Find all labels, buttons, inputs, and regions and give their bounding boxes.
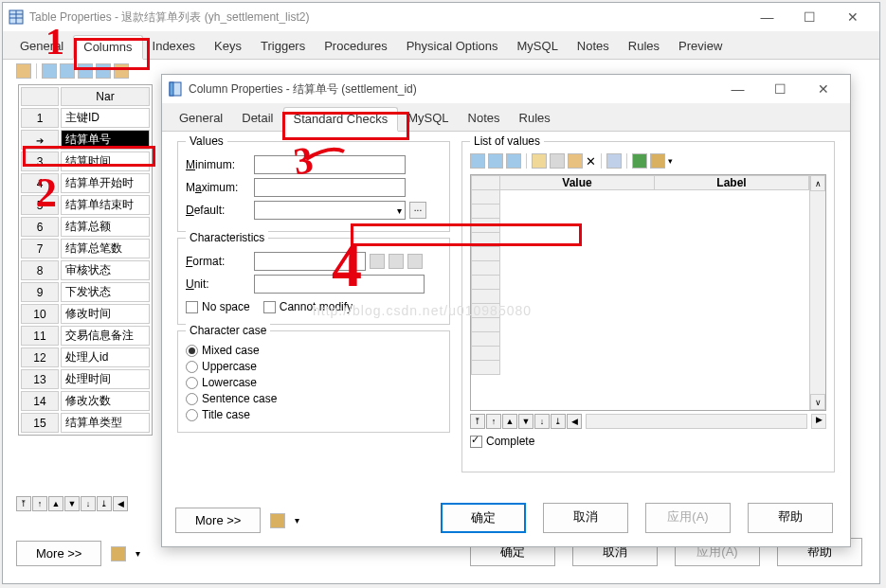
delete-icon[interactable]: ✕ <box>586 154 596 169</box>
table-icon <box>9 9 24 25</box>
browse-button[interactable]: ... <box>409 202 426 219</box>
tab-notes[interactable]: Notes <box>568 35 619 59</box>
table-row: 3结算时间 <box>21 151 150 171</box>
table-row: 11交易信息备注 <box>21 326 150 346</box>
tab-physical[interactable]: Physical Options <box>397 35 508 59</box>
table-row: 1主键ID <box>21 108 150 128</box>
column-icon <box>168 81 183 97</box>
tab-col-notes[interactable]: Notes <box>459 107 510 131</box>
radio-sentence[interactable]: Sentence case <box>186 392 442 405</box>
values-group: Values Minimum: Maximum: Default: ▾ ... <box>177 141 450 232</box>
nav-last-icon: ⤓ <box>97 496 112 511</box>
chevron-down-icon: ▾ <box>397 205 402 216</box>
format-btn1[interactable] <box>370 254 385 269</box>
excel-icon[interactable] <box>632 153 647 169</box>
tab-preview[interactable]: Preview <box>669 35 732 59</box>
table-row: 6结算总额 <box>21 217 150 237</box>
lov-toolbar: ✕ ▾ <box>470 151 826 174</box>
find-icon[interactable] <box>606 153 622 169</box>
table-row: 7结算总笔数 <box>21 239 150 258</box>
format-input[interactable] <box>254 252 366 271</box>
toolbar-icon[interactable] <box>42 63 57 79</box>
col-cancel-button[interactable]: 取消 <box>543 503 628 533</box>
nav-prev-icon: ↑ <box>32 496 47 511</box>
format-btn3[interactable] <box>407 254 423 269</box>
table-row: 14修改次数 <box>21 391 150 411</box>
radio-title[interactable]: Title case <box>186 408 442 421</box>
toolbar-icon[interactable] <box>270 513 285 528</box>
nav-left-icon: ◀ <box>113 496 128 511</box>
col-value-header[interactable]: Value <box>500 176 655 190</box>
paste-icon[interactable] <box>568 153 583 169</box>
default-dropdown[interactable]: ▾ <box>254 201 406 220</box>
tb-icon[interactable] <box>506 153 521 169</box>
table-row: 12处理人id <box>21 347 150 367</box>
tb-icon[interactable] <box>650 153 665 169</box>
columns-table[interactable]: Nar 1主键ID ➔结算单号 3结算时间 4结算单开始时 5结算单结束时 6结… <box>18 84 153 436</box>
col-more-button[interactable]: More >> <box>175 508 261 533</box>
toolbar-icon[interactable] <box>114 63 129 79</box>
toolbar-icon[interactable] <box>16 63 31 79</box>
toolbar-icon[interactable] <box>111 546 126 561</box>
tab-procedures[interactable]: Procedures <box>315 35 396 59</box>
radio-upper[interactable]: Uppercase <box>186 360 442 373</box>
scrollbar[interactable]: ∧ ∨ <box>809 175 825 410</box>
maximum-input[interactable] <box>254 178 406 197</box>
table-row: 10修改时间 <box>21 304 150 324</box>
nav-bottom-icon: ▼ <box>64 496 80 511</box>
tab-col-stdchecks[interactable]: Standard Checks <box>283 107 399 132</box>
tab-rules[interactable]: Rules <box>619 35 669 59</box>
cut-icon[interactable] <box>532 153 547 169</box>
tab-indexes[interactable]: Indexes <box>143 35 206 59</box>
table-row: 15结算单类型 <box>21 413 150 433</box>
tab-columns[interactable]: Columns <box>73 35 142 60</box>
col-ok-button[interactable]: 确定 <box>441 503 526 533</box>
tab-col-general[interactable]: General <box>170 107 232 131</box>
radio-mixed[interactable]: Mixed case <box>186 344 442 357</box>
minimize-button[interactable]: — <box>716 76 759 102</box>
table-row-selected: ➔结算单号 <box>21 130 150 150</box>
col-help-button[interactable]: 帮助 <box>748 503 833 533</box>
tab-col-rules[interactable]: Rules <box>510 107 560 131</box>
maximize-button[interactable]: ☐ <box>788 4 831 30</box>
minimize-button[interactable]: — <box>746 4 788 30</box>
toolbar-icon[interactable] <box>96 63 111 79</box>
unit-input[interactable] <box>254 275 425 294</box>
toolbar-icon[interactable] <box>60 63 75 79</box>
hscroll[interactable] <box>586 414 807 429</box>
nospace-checkbox[interactable]: No space <box>186 300 250 313</box>
table-row: 8审核状态 <box>21 260 150 280</box>
toolbar-icon[interactable] <box>78 63 93 79</box>
table-row: 4结算单开始时 <box>21 173 150 193</box>
lov-nav[interactable]: ⤒↑▲▼↓⤓◀ <box>470 414 582 429</box>
tab-keys[interactable]: Keys <box>205 35 251 59</box>
tab-col-detail[interactable]: Detail <box>232 107 282 131</box>
svg-rect-5 <box>170 82 173 96</box>
tab-mysql[interactable]: MySQL <box>508 35 568 59</box>
col-label-header[interactable]: Label <box>655 176 809 190</box>
main-tabs: General Columns Indexes Keys Triggers Pr… <box>3 31 879 60</box>
format-btn2[interactable] <box>389 254 404 269</box>
complete-checkbox[interactable]: ✓Complete <box>470 435 826 448</box>
col-apply-button[interactable]: 应用(A) <box>645 503 731 533</box>
watermark: http://blog.csdn.net/u010985080 <box>313 303 532 318</box>
minimum-input[interactable] <box>254 155 406 174</box>
nav-first-icon: ⤒ <box>16 496 31 511</box>
nav-top-icon: ▲ <box>48 496 63 511</box>
maximize-button[interactable]: ☐ <box>759 76 802 102</box>
close-button[interactable]: ✕ <box>831 4 874 30</box>
tab-col-mysql[interactable]: MySQL <box>398 107 458 131</box>
radio-lower[interactable]: Lowercase <box>186 376 442 389</box>
tab-triggers[interactable]: Triggers <box>251 35 315 59</box>
scroll-down-icon: ∨ <box>810 394 825 410</box>
close-button[interactable]: ✕ <box>802 76 844 102</box>
tab-general[interactable]: General <box>10 35 73 59</box>
tb-icon[interactable] <box>470 153 485 169</box>
copy-icon[interactable] <box>550 153 565 169</box>
tb-icon[interactable] <box>488 153 503 169</box>
charcase-group: Character case Mixed case Uppercase Lowe… <box>177 330 450 433</box>
col-tabs: General Detail Standard Checks MySQL Not… <box>162 103 850 132</box>
nav-buttons[interactable]: ⤒↑▲▼↓⤓◀ <box>16 496 128 511</box>
more-button[interactable]: More >> <box>16 541 101 566</box>
table-row: 9下发状态 <box>21 282 150 302</box>
